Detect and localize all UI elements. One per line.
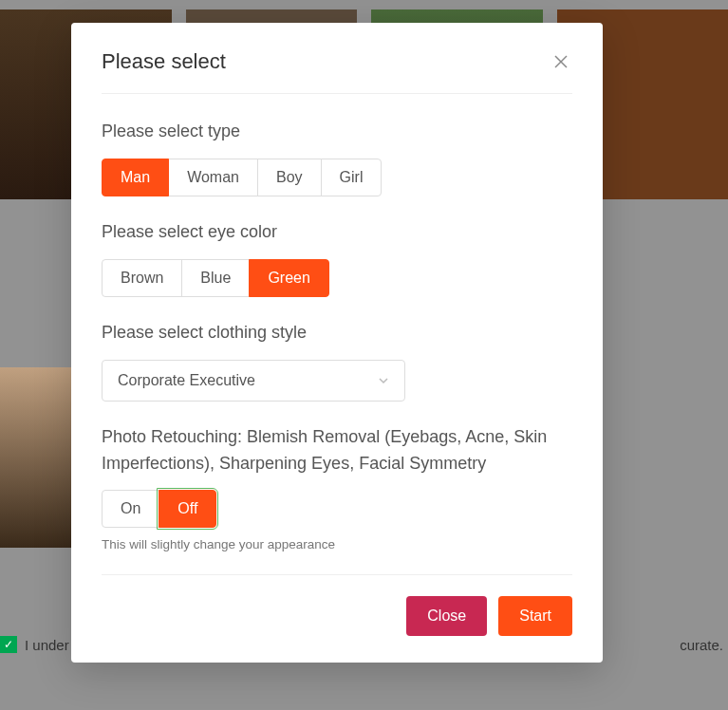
- retouch-option-off[interactable]: Off: [159, 490, 216, 528]
- consent-checkbox[interactable]: ✓: [0, 636, 17, 653]
- type-option-man[interactable]: Man: [102, 159, 169, 196]
- eye-option-blue[interactable]: Blue: [181, 259, 250, 297]
- chevron-down-icon: [378, 375, 389, 386]
- clothing-selected-value: Corporate Executive: [118, 372, 255, 389]
- modal-footer: Close Start: [102, 574, 572, 636]
- clothing-label: Please select clothing style: [102, 320, 572, 346]
- clothing-section: Please select clothing style Corporate E…: [102, 320, 572, 402]
- type-option-boy[interactable]: Boy: [257, 159, 322, 196]
- start-button[interactable]: Start: [498, 596, 572, 636]
- eye-option-green[interactable]: Green: [249, 259, 328, 297]
- retouching-section: Photo Retouching: Blemish Removal (Eyeba…: [102, 424, 572, 552]
- consent-text-suffix: curate.: [680, 637, 723, 653]
- modal-title: Please select: [102, 49, 226, 74]
- type-section: Please select type Man Woman Boy Girl: [102, 119, 572, 196]
- selection-modal: Please select Please select type Man Wom…: [71, 23, 603, 663]
- type-option-woman[interactable]: Woman: [168, 159, 258, 196]
- consent-checkbox-row: ✓ I under: [0, 636, 69, 653]
- retouching-helper-text: This will slightly change your appearanc…: [102, 537, 572, 551]
- eye-color-options: Brown Blue Green: [102, 259, 572, 297]
- close-button[interactable]: Close: [406, 596, 487, 636]
- retouching-options: On Off: [102, 490, 572, 528]
- eye-option-brown[interactable]: Brown: [102, 259, 182, 297]
- close-icon[interactable]: [550, 50, 572, 73]
- eye-color-section: Please select eye color Brown Blue Green: [102, 219, 572, 297]
- type-label: Please select type: [102, 119, 572, 145]
- type-option-girl[interactable]: Girl: [321, 159, 383, 196]
- retouch-option-on[interactable]: On: [102, 490, 159, 528]
- retouching-label: Photo Retouching: Blemish Removal (Eyeba…: [102, 424, 572, 477]
- eye-color-label: Please select eye color: [102, 219, 572, 246]
- modal-header: Please select: [102, 49, 572, 94]
- clothing-select[interactable]: Corporate Executive: [102, 360, 405, 402]
- type-options: Man Woman Boy Girl: [102, 159, 572, 196]
- consent-text-prefix: I under: [25, 637, 69, 653]
